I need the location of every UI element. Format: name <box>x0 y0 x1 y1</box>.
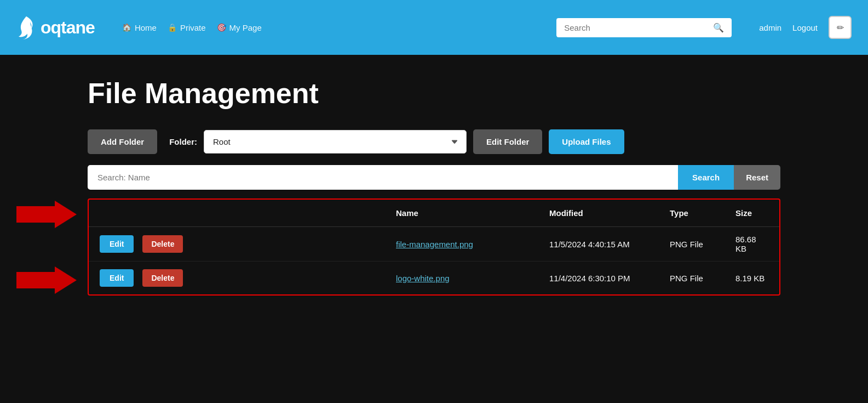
home-icon: 🏠 <box>122 23 131 32</box>
col-actions-header <box>89 200 385 227</box>
svg-marker-1 <box>16 266 77 294</box>
row2-modified-cell: 11/4/2024 6:30:10 PM <box>538 262 659 295</box>
main-header: oqtane 🏠 Home 🔒 Private 🎯 My Page 🔍 admi… <box>0 0 868 55</box>
edit-folder-button[interactable]: Edit Folder <box>473 129 542 154</box>
row1-actions: Edit Delete <box>100 235 374 253</box>
header-search-area: 🔍 <box>556 18 732 37</box>
row2-actions: Edit Delete <box>100 269 374 287</box>
col-modified-header: Modified <box>538 200 659 227</box>
folder-select[interactable]: Root <box>204 130 467 154</box>
col-size-header: Size <box>725 200 779 227</box>
row1-edit-button[interactable]: Edit <box>100 235 134 253</box>
logo-icon <box>16 15 36 39</box>
row2-file-link[interactable]: logo-white.png <box>396 274 450 283</box>
logo-text: oqtane <box>41 18 95 38</box>
file-reset-button[interactable]: Reset <box>734 165 780 190</box>
target-icon: 🎯 <box>217 23 226 32</box>
nav-private-label: Private <box>180 23 206 32</box>
toolbar: Add Folder Folder: Root Edit Folder Uplo… <box>88 129 780 154</box>
file-table-wrapper: Name Modified Type Size <box>88 198 780 296</box>
row2-edit-button[interactable]: Edit <box>100 269 134 287</box>
logout-link[interactable]: Logout <box>792 23 818 32</box>
nav-home-label: Home <box>135 23 157 32</box>
arrow-row2-icon <box>16 266 77 294</box>
file-table-container: Name Modified Type Size <box>88 198 780 296</box>
row2-name-cell: logo-white.png <box>385 262 538 295</box>
row1-name-cell: file-management.png <box>385 227 538 262</box>
lock-icon: 🔒 <box>168 23 177 32</box>
add-folder-button[interactable]: Add Folder <box>88 129 157 154</box>
main-content: File Management Add Folder Folder: Root … <box>0 55 868 403</box>
file-search-button[interactable]: Search <box>678 165 734 190</box>
row1-type-cell: PNG File <box>659 227 725 262</box>
row1-delete-button[interactable]: Delete <box>142 235 183 253</box>
pencil-icon: ✏ <box>837 22 844 33</box>
header-search-input[interactable] <box>564 23 713 32</box>
folder-select-wrapper: Root <box>204 130 467 154</box>
table-row: Edit Delete file-management.png 11/5/202… <box>89 227 779 262</box>
col-name-header: Name <box>385 200 538 227</box>
file-search-input[interactable] <box>88 165 678 190</box>
nav-home[interactable]: 🏠 Home <box>122 23 157 32</box>
arrow-row1-icon <box>16 201 77 228</box>
table-row: Edit Delete logo-white.png 11/4/2024 6:3… <box>89 262 779 295</box>
row1-size-cell: 86.68 KB <box>725 227 779 262</box>
row1-actions-cell: Edit Delete <box>89 227 385 262</box>
file-search-row: Search Reset <box>88 165 780 190</box>
edit-page-button[interactable]: ✏ <box>829 16 852 39</box>
row2-delete-button[interactable]: Delete <box>142 269 183 287</box>
header-search-box: 🔍 <box>556 18 732 37</box>
search-icon: 🔍 <box>713 22 724 33</box>
header-user-area: admin Logout ✏ <box>759 16 852 39</box>
folder-label: Folder: <box>169 137 197 146</box>
svg-marker-0 <box>16 201 77 228</box>
row1-modified-cell: 11/5/2024 4:40:15 AM <box>538 227 659 262</box>
table-header-row: Name Modified Type Size <box>89 200 779 227</box>
row1-file-link[interactable]: file-management.png <box>396 240 473 249</box>
username-label: admin <box>759 23 781 32</box>
nav-mypage[interactable]: 🎯 My Page <box>217 23 262 32</box>
row2-size-cell: 8.19 KB <box>725 262 779 295</box>
file-table: Name Modified Type Size <box>89 200 779 294</box>
arrow-annotations <box>16 201 77 294</box>
col-type-header: Type <box>659 200 725 227</box>
page-title: File Management <box>88 77 780 110</box>
nav-mypage-label: My Page <box>229 23 262 32</box>
upload-files-button[interactable]: Upload Files <box>549 129 624 154</box>
nav-private[interactable]: 🔒 Private <box>168 23 206 32</box>
main-nav: 🏠 Home 🔒 Private 🎯 My Page <box>122 23 262 32</box>
row2-actions-cell: Edit Delete <box>89 262 385 295</box>
row2-type-cell: PNG File <box>659 262 725 295</box>
logo[interactable]: oqtane <box>16 15 95 39</box>
